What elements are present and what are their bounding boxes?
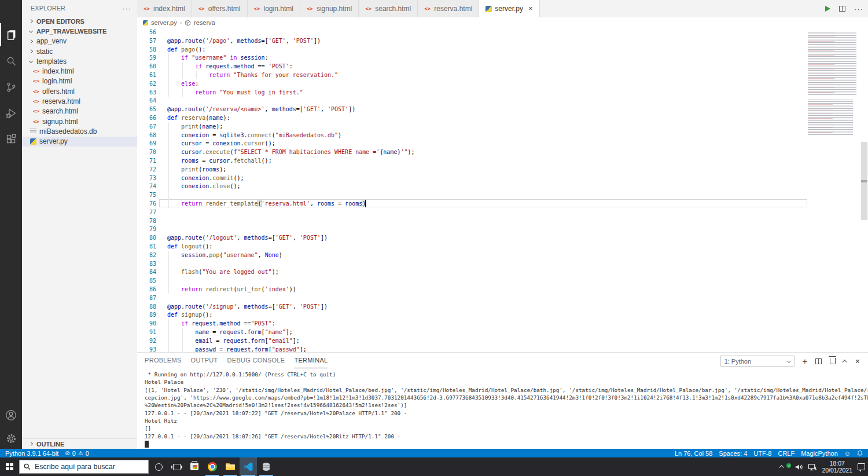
code-line-58[interactable]: 58def pago(): bbox=[137, 45, 868, 54]
sidebar-item-search.html[interactable]: <>search.html bbox=[22, 107, 137, 116]
source-control-icon[interactable] bbox=[0, 75, 22, 98]
explorer-more-actions-icon[interactable]: ··· bbox=[122, 4, 131, 13]
status-item-ln[interactable]: Ln 76, Col 58 bbox=[675, 450, 712, 457]
code-line-75[interactable]: 75 bbox=[137, 191, 868, 199]
code-line-74[interactable]: 74 conexion.close(); bbox=[137, 182, 868, 191]
start-button[interactable] bbox=[0, 457, 19, 476]
tab-index.html[interactable]: <>index.html bbox=[137, 0, 192, 17]
problems-status[interactable]: ⊘ 0 ⚠ 0 bbox=[65, 450, 89, 457]
code-line-82[interactable]: 82 session.pop("username", None) bbox=[137, 251, 868, 259]
breadcrumb-symbol[interactable]: reserva bbox=[194, 19, 215, 26]
tab-signup.html[interactable]: <>signup.html bbox=[300, 0, 359, 17]
code-line-79[interactable]: 79 bbox=[137, 225, 868, 233]
panel-tab-output[interactable]: OUTPUT bbox=[191, 353, 218, 368]
code-line-64[interactable]: 64 bbox=[137, 96, 868, 105]
code-line-81[interactable]: 81def logout(): bbox=[137, 242, 868, 251]
sidebar-item-app_venv[interactable]: app_venv bbox=[22, 36, 137, 46]
code-line-91[interactable]: 91 name = request.form["name"]; bbox=[137, 328, 868, 336]
sidebar-item-reserva.html[interactable]: <>reserva.html bbox=[22, 96, 137, 106]
feedback-smiley-icon[interactable]: ☺ bbox=[844, 450, 851, 457]
terminal-output[interactable]: * Running on http://127.0.0.1:5000/ (Pre… bbox=[145, 371, 868, 449]
panel-tab-problems[interactable]: PROBLEMS bbox=[145, 353, 182, 368]
code-line-83[interactable]: 83 bbox=[137, 259, 868, 268]
code-line-65[interactable]: 65@app.route('/reserva/<name>', methods=… bbox=[137, 105, 868, 113]
code-line-73[interactable]: 73 conexion.commit(); bbox=[137, 174, 868, 182]
tab-server.py[interactable]: server.py× bbox=[479, 0, 539, 17]
sidebar-item-login.html[interactable]: <>login.html bbox=[22, 76, 137, 86]
code-line-56[interactable]: 56 bbox=[137, 28, 868, 36]
status-item-magicpython[interactable]: MagicPython bbox=[801, 450, 838, 457]
terminal-shell-selector[interactable]: 1: Python bbox=[720, 356, 795, 367]
new-terminal-icon[interactable]: + bbox=[803, 357, 807, 365]
code-line-85[interactable]: 85 bbox=[137, 276, 868, 285]
maximize-panel-icon[interactable] bbox=[842, 360, 847, 364]
panel-tab-debug-console[interactable]: DEBUG CONSOLE bbox=[227, 353, 285, 368]
taskbar-app-file-explorer[interactable] bbox=[222, 457, 239, 476]
code-line-68[interactable]: 68 conexion = sqlite3.connect("miBaseded… bbox=[137, 131, 868, 140]
close-tab-icon[interactable]: × bbox=[528, 6, 533, 12]
notifications-bell-icon[interactable] bbox=[857, 450, 863, 456]
taskbar-app-database[interactable] bbox=[258, 457, 275, 476]
close-panel-icon[interactable]: × bbox=[855, 357, 860, 365]
open-editors-section[interactable]: OPEN EDITORS bbox=[22, 16, 137, 26]
code-line-60[interactable]: 60 if request.method == 'POST': bbox=[137, 62, 868, 71]
status-item-crlf[interactable]: CRLF bbox=[778, 450, 795, 457]
code-line-71[interactable]: 71 rooms = cursor.fetchall(); bbox=[137, 156, 868, 165]
tab-search.html[interactable]: <>search.html bbox=[359, 0, 418, 17]
code-line-72[interactable]: 72 print(rooms); bbox=[137, 165, 868, 174]
code-line-80[interactable]: 80@app.route('/logout', methods=['GET', … bbox=[137, 233, 868, 242]
code-line-77[interactable]: 77 bbox=[137, 208, 868, 217]
code-line-87[interactable]: 87 bbox=[137, 294, 868, 302]
more-actions-icon[interactable]: ··· bbox=[854, 5, 863, 13]
taskbar-app-task-view[interactable] bbox=[168, 457, 185, 476]
sidebar-item-static[interactable]: static bbox=[22, 46, 137, 56]
settings-gear-icon[interactable] bbox=[0, 427, 22, 450]
code-line-78[interactable]: 78 bbox=[137, 217, 868, 225]
taskbar-app-store[interactable] bbox=[186, 457, 203, 476]
sidebar-item-index.html[interactable]: <>index.html bbox=[22, 66, 137, 76]
outline-section[interactable]: OUTLINE bbox=[22, 438, 137, 449]
taskbar-app-cortana[interactable] bbox=[150, 457, 167, 476]
account-icon[interactable] bbox=[0, 404, 22, 427]
code-line-59[interactable]: 59 if "username" in session: bbox=[137, 53, 868, 62]
code-line-90[interactable]: 90 if request.method =="POST": bbox=[137, 319, 868, 328]
code-line-92[interactable]: 92 email = request.form["email"]; bbox=[137, 336, 868, 345]
split-editor-icon[interactable] bbox=[839, 6, 845, 12]
code-line-89[interactable]: 89def signup(): bbox=[137, 310, 868, 319]
code-line-67[interactable]: 67 print(name); bbox=[137, 122, 868, 131]
extensions-icon[interactable] bbox=[0, 127, 22, 151]
kill-terminal-icon[interactable] bbox=[830, 358, 836, 364]
taskbar-clock[interactable]: 18:07 20/01/2021 bbox=[822, 460, 852, 474]
sidebar-item-server.py[interactable]: server.py bbox=[22, 137, 137, 147]
code-line-66[interactable]: 66def reserva(name): bbox=[137, 113, 868, 122]
sidebar-item-templates[interactable]: templates bbox=[22, 56, 137, 66]
code-line-63[interactable]: 63 return "You must log in first." bbox=[137, 88, 868, 97]
taskbar-search[interactable] bbox=[19, 460, 149, 474]
run-python-file-icon[interactable] bbox=[825, 6, 830, 12]
breadcrumb-file[interactable]: server.py bbox=[151, 19, 177, 26]
sidebar-item-signup.html[interactable]: <>signup.html bbox=[22, 116, 137, 126]
tab-reserva.html[interactable]: <>reserva.html bbox=[418, 0, 479, 17]
code-line-69[interactable]: 69 cursor = conexion.cursor(); bbox=[137, 139, 868, 148]
tab-login.html[interactable]: <>login.html bbox=[248, 0, 300, 17]
run-debug-icon[interactable] bbox=[0, 101, 22, 125]
code-line-84[interactable]: 84 flash("You are logged out"); bbox=[137, 268, 868, 276]
split-terminal-icon[interactable] bbox=[815, 358, 822, 364]
python-interpreter-status[interactable]: Python 3.9.1 64-bit bbox=[5, 450, 58, 457]
action-center-icon[interactable] bbox=[858, 463, 865, 470]
taskbar-app-vscode[interactable] bbox=[240, 457, 257, 476]
taskbar-app-chrome[interactable] bbox=[204, 457, 221, 476]
code-line-57[interactable]: 57@app.route('/pago', methods=['GET', 'P… bbox=[137, 36, 868, 45]
status-item-utf8[interactable]: UTF-8 bbox=[753, 450, 771, 457]
tab-offers.html[interactable]: <>offers.html bbox=[192, 0, 248, 17]
search-input[interactable] bbox=[35, 463, 144, 471]
code-line-86[interactable]: 86 return redirect(url_for('index')) bbox=[137, 285, 868, 294]
code-line-61[interactable]: 61 return "Thanks for your reservation." bbox=[137, 71, 868, 79]
code-editor[interactable]: 5657@app.route('/pago', methods=['GET', … bbox=[137, 28, 868, 352]
volume-icon[interactable] bbox=[795, 463, 803, 471]
explorer-icon[interactable] bbox=[0, 23, 22, 46]
panel-tab-terminal[interactable]: TERMINAL bbox=[294, 353, 328, 368]
code-line-88[interactable]: 88@app.route('/signup', methods=['GET', … bbox=[137, 302, 868, 311]
code-line-62[interactable]: 62 else: bbox=[137, 79, 868, 88]
hidden-icons-chevron-icon[interactable] bbox=[779, 465, 784, 470]
